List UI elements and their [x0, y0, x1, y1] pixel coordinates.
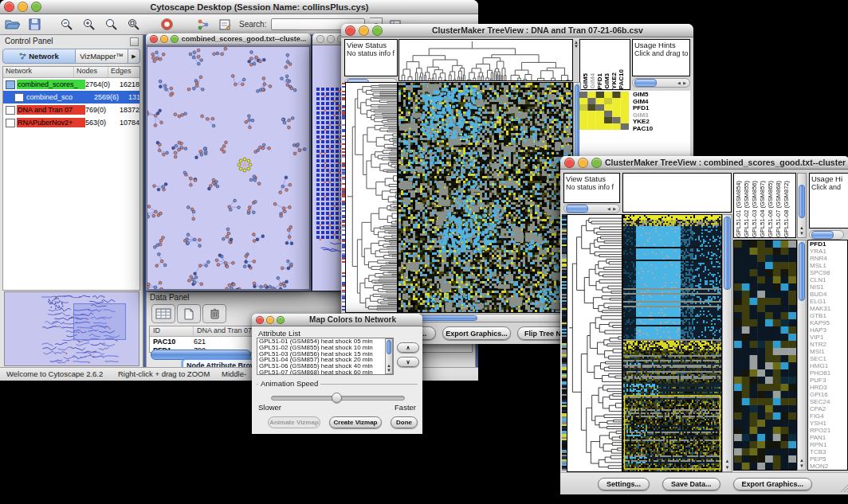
zoom-heatmap-vscrollbar[interactable]: ▲ ▼ — [797, 240, 807, 471]
network-table-row[interactable]: combined_scores_ 2764(0) 16218(0) — [3, 78, 139, 91]
minimize-icon[interactable] — [18, 2, 28, 12]
close-icon[interactable] — [150, 35, 158, 43]
zoom-selected-icon[interactable] — [124, 17, 142, 33]
network-canvas[interactable] — [147, 47, 309, 289]
help-lifesaver-icon[interactable] — [158, 17, 175, 33]
treeview2-button[interactable]: Settings... — [598, 478, 650, 490]
zoom-window-icon[interactable] — [591, 158, 602, 168]
network-table-row[interactable]: DNA and Tran 07 769(0) 183728(0) — [3, 104, 139, 116]
data-panel-delete-button[interactable] — [202, 304, 226, 323]
minimize-icon[interactable] — [327, 35, 335, 43]
zoom-fit-icon[interactable] — [102, 17, 120, 33]
tv2-zoom-heatmap-canvas[interactable] — [734, 240, 796, 470]
col-id[interactable]: ID — [150, 326, 194, 336]
scroll-up-icon[interactable]: ▲ — [798, 225, 806, 230]
gene-label[interactable]: RPN1 — [810, 441, 847, 448]
scroll-arrows-icon[interactable]: ◀ ▶ — [677, 80, 689, 85]
gene-label[interactable]: YSH1 — [810, 420, 847, 427]
scroll-up-icon[interactable]: ▲ — [723, 459, 732, 463]
mini-scroll-arrows-icon[interactable]: ▲▼ — [574, 41, 579, 49]
attribute-list-scrollbar[interactable]: ▲ ▼ — [385, 338, 393, 374]
gene-label[interactable]: MAK31 — [810, 305, 847, 312]
summary-heatmap[interactable] — [579, 92, 629, 130]
minimize-icon[interactable] — [359, 25, 369, 36]
col-edges[interactable]: Edges — [108, 67, 139, 77]
save-icon[interactable] — [26, 17, 43, 33]
zoom-window-icon[interactable] — [277, 316, 285, 324]
usage-hints-scrollbar[interactable] — [809, 230, 844, 240]
create-vizmap-button[interactable]: Create Vizmap — [329, 416, 382, 428]
tv2-heatmap-canvas[interactable] — [623, 215, 721, 471]
annotation-icon[interactable] — [217, 17, 234, 33]
col-network[interactable]: Network — [3, 67, 74, 77]
move-up-button[interactable]: ∧ — [397, 342, 419, 353]
gene-label[interactable]: MON2 — [810, 463, 847, 470]
gene-label[interactable]: PUF3 — [810, 377, 847, 384]
gene-label[interactable]: HRD3 — [810, 384, 847, 391]
gene-label[interactable]: PFD1 — [810, 240, 847, 248]
global-heatmap-vscrollbar[interactable]: ▲ ▼ — [722, 214, 732, 472]
col-nodes[interactable]: Nodes — [74, 67, 108, 77]
network-table-row[interactable]: combined_sco 2569(6) 13112(15) — [3, 91, 139, 104]
slider-thumb[interactable] — [332, 393, 342, 403]
column-dendrogram-panel[interactable] — [622, 173, 732, 213]
scroll-down-icon[interactable]: ▼ — [723, 465, 732, 470]
view-status-scrollbar[interactable]: ◀ ▶ — [563, 204, 620, 213]
close-icon[interactable] — [345, 25, 355, 36]
close-icon[interactable] — [316, 35, 324, 43]
gene-label[interactable]: NTR2 — [810, 341, 847, 348]
data-panel-table-button[interactable] — [151, 304, 175, 323]
gene-label[interactable]: PEP5 — [810, 455, 847, 463]
close-icon[interactable] — [256, 316, 264, 324]
gene-label[interactable]: GPI16 — [810, 391, 847, 398]
scroll-down-icon[interactable]: ▼ — [798, 231, 806, 236]
open-file-icon[interactable] — [3, 17, 21, 33]
zoom-in-icon[interactable] — [80, 17, 97, 33]
gene-label[interactable]: VIP1 — [810, 334, 847, 341]
network-table-row[interactable]: RNAPuberNov2+ 563(0) 107847(0) — [3, 116, 139, 129]
gene-label[interactable]: HAP3 — [810, 326, 847, 334]
tv1-summary-canvas[interactable] — [579, 92, 629, 130]
minimize-icon[interactable] — [266, 316, 274, 324]
tv2-row-dendrogram-canvas[interactable] — [567, 215, 622, 471]
animate-vizmap-button[interactable]: Animate Vizmap — [268, 416, 320, 428]
float-panel-icon[interactable] — [130, 37, 139, 46]
gene-label[interactable]: MSL1 — [810, 262, 847, 269]
gene-label[interactable]: CLN1 — [810, 276, 847, 283]
treeview2-button[interactable]: Save Data... — [662, 478, 720, 490]
tv1-column-dendrogram-canvas[interactable] — [399, 40, 572, 80]
zoom-window-icon[interactable] — [171, 35, 179, 43]
zoom-window-icon[interactable] — [372, 25, 383, 36]
birdseye-canvas[interactable] — [5, 292, 137, 364]
tv1-row-dendrogram-canvas[interactable] — [346, 83, 397, 312]
gene-label[interactable]: RNR4 — [810, 255, 847, 262]
treeview2-titlebar[interactable]: ClusterMaker TreeView : combined_scores_… — [560, 156, 848, 170]
gene-label[interactable]: CPA2 — [810, 405, 847, 412]
gene-label[interactable]: RPO21 — [810, 427, 847, 434]
gene-label[interactable]: YRA1 — [810, 248, 847, 255]
tab-network[interactable]: Network — [2, 49, 76, 64]
export-graphics-button[interactable]: Export Graphics... — [442, 326, 511, 340]
gene-label[interactable]: NIS1 — [810, 283, 847, 291]
minimize-icon[interactable] — [578, 158, 588, 168]
gene-label[interactable]: BUD4 — [810, 291, 847, 298]
gene-label[interactable]: SEC1 — [810, 355, 847, 362]
zoom-out-icon[interactable] — [57, 17, 75, 33]
gene-label[interactable]: TCB3 — [810, 448, 847, 455]
gene-label[interactable]: SPC98 — [810, 269, 847, 276]
main-titlebar[interactable]: Cytoscape Desktop (Session Name: collins… — [0, 0, 478, 14]
treeview2-button[interactable]: Export Graphics... — [733, 478, 813, 490]
gene-label[interactable]: ELG1 — [810, 298, 847, 305]
gene-label[interactable]: FIG4 — [810, 412, 847, 420]
tv1-heatmap-canvas[interactable] — [398, 83, 572, 312]
gene-label[interactable]: HMG1 — [810, 362, 847, 369]
scroll-up-icon[interactable]: ▲ — [798, 458, 806, 463]
zoom-window-icon[interactable] — [31, 2, 41, 12]
resize-grip-icon[interactable] — [839, 483, 848, 493]
heatmap-hscrollbar[interactable] — [398, 314, 572, 322]
scroll-arrows-icon[interactable]: ◀ ▶ — [607, 206, 619, 211]
treeview1-titlebar[interactable]: ClusterMaker TreeView : DNA and Tran 07-… — [341, 24, 693, 37]
gene-label[interactable]: MSI1 — [810, 348, 847, 355]
vizmap-nodes-icon[interactable] — [194, 17, 212, 33]
usage-hints-scrollbar[interactable]: ◀ ▶ — [632, 78, 690, 88]
